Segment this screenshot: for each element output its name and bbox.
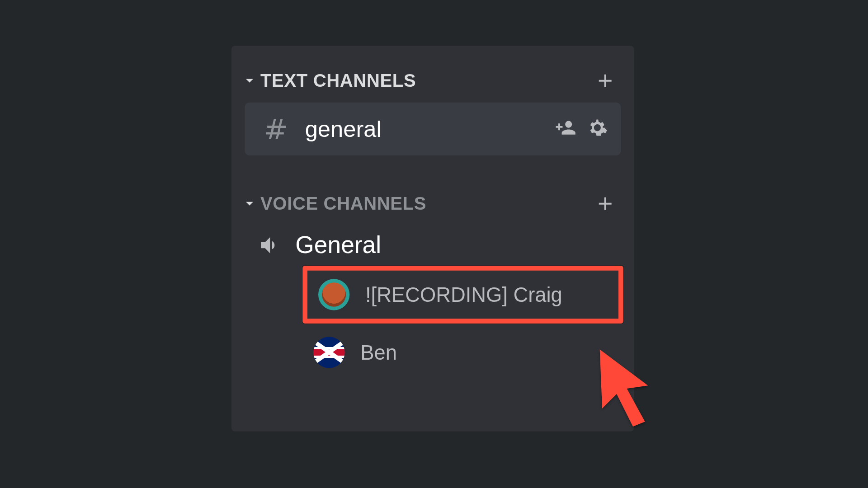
speaker-icon bbox=[258, 233, 282, 257]
chevron-down-icon bbox=[242, 197, 257, 211]
text-channels-category[interactable]: TEXT CHANNELS bbox=[242, 64, 623, 102]
invite-people-icon[interactable] bbox=[556, 117, 576, 141]
channel-sidebar: TEXT CHANNELS general bbox=[231, 46, 634, 431]
chevron-down-icon bbox=[242, 74, 257, 88]
voice-channel-general[interactable]: General bbox=[242, 225, 623, 266]
voice-participant-craig[interactable]: ![RECORDING] Craig bbox=[302, 266, 623, 324]
add-text-channel-button[interactable] bbox=[590, 67, 621, 94]
avatar bbox=[313, 337, 344, 368]
gear-icon[interactable] bbox=[587, 117, 608, 141]
voice-participant-ben[interactable]: Ben bbox=[302, 324, 623, 381]
text-channel-name: general bbox=[305, 116, 382, 142]
voice-channels-label: VOICE CHANNELS bbox=[260, 193, 426, 214]
text-channels-label: TEXT CHANNELS bbox=[260, 70, 416, 91]
voice-channel-name: General bbox=[295, 231, 381, 258]
text-channel-general[interactable]: general bbox=[245, 103, 621, 155]
avatar bbox=[318, 279, 349, 310]
participant-name: Ben bbox=[360, 341, 397, 364]
participant-name: ![RECORDING] Craig bbox=[365, 283, 562, 306]
hash-icon bbox=[263, 116, 289, 142]
voice-channels-category[interactable]: VOICE CHANNELS bbox=[242, 187, 623, 225]
add-voice-channel-button[interactable] bbox=[590, 190, 621, 217]
